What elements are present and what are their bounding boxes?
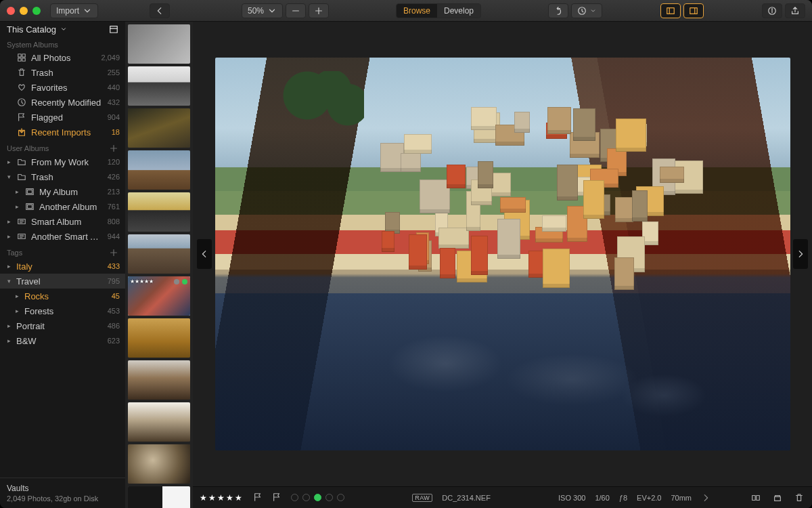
ev-value: EV+2.0: [637, 494, 661, 502]
sidebar-item-trash[interactable]: Trash255: [0, 65, 125, 80]
next-photo-button[interactable]: [793, 239, 808, 269]
app-window: Import 50% Browse Develop: [0, 0, 812, 508]
delete-button[interactable]: [793, 492, 805, 504]
svg-rect-29: [752, 495, 755, 500]
sidebar-item-trash[interactable]: ▾Trash426: [0, 169, 125, 184]
tag-travel[interactable]: ▾Travel795: [0, 274, 125, 289]
tag-forests[interactable]: ▸Forests453: [0, 303, 125, 318]
color-label-dot[interactable]: [325, 494, 333, 501]
viewer: ★★★★★ RAW DC_2314.NEF ISO 300 1/60 ƒ8 EV…: [193, 22, 812, 508]
zoom-dropdown[interactable]: 50%: [242, 3, 283, 18]
iso-value: ISO 300: [558, 494, 585, 502]
color-label-dot[interactable]: [337, 494, 344, 501]
sidebar-item-recently-modified[interactable]: Recently Modified432: [0, 95, 125, 110]
zoom-out-button[interactable]: [286, 3, 306, 18]
sidebar-item-from-my-work[interactable]: ▸From My Work120: [0, 154, 125, 169]
tag-rocks[interactable]: ▸Rocks45: [0, 289, 125, 303]
import-label: Import: [56, 6, 79, 16]
titlebar: Import 50% Browse Develop: [0, 0, 812, 22]
import-button[interactable]: Import: [50, 3, 98, 18]
system-albums-header: System Albums: [0, 37, 125, 50]
sidebar-item-smart-album[interactable]: ▸Smart Album808: [0, 214, 125, 229]
sidebar-item-flagged[interactable]: Flagged904: [0, 110, 125, 125]
filmstrip-thumb[interactable]: [128, 192, 190, 232]
info-button[interactable]: [762, 3, 782, 18]
main-photo: [215, 58, 790, 450]
filmstrip-thumb[interactable]: [128, 24, 190, 64]
color-label-dot[interactable]: [291, 494, 298, 501]
stack-icon: [773, 493, 782, 503]
rating-stars[interactable]: ★★★★★: [200, 493, 244, 503]
svg-rect-16: [22, 58, 25, 61]
panel-right-button[interactable]: [683, 3, 704, 18]
chevron-left-icon: [200, 249, 209, 259]
zoom-window[interactable]: [32, 7, 41, 15]
svg-rect-11: [110, 26, 118, 33]
stack-button[interactable]: [771, 492, 784, 504]
window-controls: [7, 7, 41, 15]
filmstrip-thumb[interactable]: [128, 486, 190, 508]
filmstrip-thumb[interactable]: [128, 444, 190, 484]
folder-icon: [17, 157, 26, 167]
panel-left-button[interactable]: [660, 3, 681, 18]
filmstrip-thumb[interactable]: [128, 402, 190, 442]
sidebar-item-another-album[interactable]: ▸Another Album761: [0, 199, 125, 214]
tab-develop[interactable]: Develop: [437, 4, 480, 18]
filmstrip-thumb[interactable]: [128, 66, 190, 106]
svg-rect-24: [28, 205, 32, 208]
shutter-value: 1/60: [595, 494, 609, 502]
tab-browse[interactable]: Browse: [397, 4, 437, 18]
sidebar-item-my-album[interactable]: ▸My Album213: [0, 184, 125, 199]
tag-italy[interactable]: ▸Italy433: [0, 259, 125, 274]
svg-rect-15: [18, 58, 21, 61]
flag-picked[interactable]: [253, 492, 263, 503]
add-album-button[interactable]: [109, 144, 118, 153]
sidebar-item-all-photos[interactable]: All Photos2,049: [0, 50, 125, 65]
sidebar-item-another-smart-a-[interactable]: ▸Another Smart A…944: [0, 229, 125, 244]
chevron-down-icon: [60, 24, 67, 34]
back-button[interactable]: [150, 3, 170, 18]
add-tag-button[interactable]: [109, 248, 118, 257]
history-button[interactable]: [571, 3, 602, 18]
tag-b-w[interactable]: ▸B&W623: [0, 333, 125, 348]
panel-right-icon: [689, 6, 698, 16]
mode-tabs: Browse Develop: [396, 3, 481, 18]
viewer-canvas[interactable]: [193, 22, 812, 486]
svg-rect-14: [22, 54, 25, 57]
infobar: ★★★★★ RAW DC_2314.NEF ISO 300 1/60 ƒ8 EV…: [193, 486, 812, 508]
chevron-right-icon[interactable]: [701, 493, 710, 503]
compare-icon: [751, 493, 761, 503]
sidebar-item-recent-imports[interactable]: Recent Imports18: [0, 125, 125, 140]
chevron-down-icon: [267, 6, 277, 16]
smart-icon: [17, 217, 26, 226]
undo-button[interactable]: [548, 3, 568, 18]
flag-rejected[interactable]: [272, 492, 281, 503]
close-window[interactable]: [7, 7, 15, 15]
vaults-footer[interactable]: Vaults 2,049 Photos, 32gb on Disk: [0, 478, 125, 508]
tag-portrait[interactable]: ▸Portrait486: [0, 318, 125, 333]
filmstrip-thumb[interactable]: [128, 360, 190, 400]
compare-button[interactable]: [750, 492, 762, 504]
color-label-dot[interactable]: [314, 494, 321, 501]
calendar-icon[interactable]: [109, 24, 118, 34]
tags-header: Tags: [0, 244, 125, 259]
minimize-window[interactable]: [20, 7, 28, 15]
sidebar-item-favorites[interactable]: Favorites440: [0, 80, 125, 95]
import-icon: [17, 127, 26, 137]
color-label-dot[interactable]: [302, 494, 310, 501]
prev-photo-button[interactable]: [197, 239, 212, 269]
zoom-in-button[interactable]: [309, 3, 329, 18]
filmstrip-thumb[interactable]: ★★★★★: [128, 276, 190, 316]
album-icon: [25, 187, 35, 196]
filmstrip-thumb[interactable]: [128, 234, 190, 274]
filmstrip-thumb[interactable]: [128, 150, 190, 190]
chevron-right-icon: [796, 249, 805, 259]
svg-rect-6: [690, 7, 698, 14]
svg-rect-13: [18, 54, 21, 57]
catalog-selector[interactable]: This Catalog: [0, 22, 125, 37]
filmstrip-thumb[interactable]: [128, 108, 190, 148]
share-button[interactable]: [785, 3, 805, 18]
panel-left-icon: [666, 6, 675, 16]
minus-icon: [291, 6, 300, 16]
filmstrip-thumb[interactable]: [128, 318, 190, 358]
